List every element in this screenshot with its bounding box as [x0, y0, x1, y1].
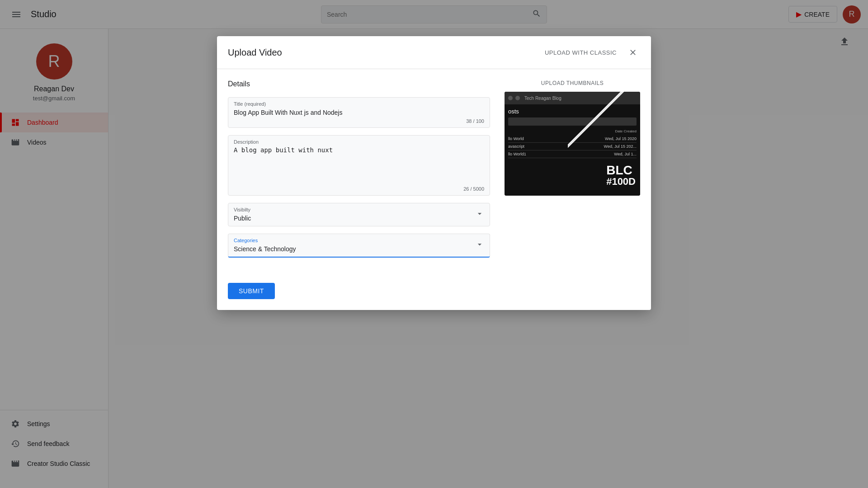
title-label: Title (required) [234, 101, 484, 107]
modal-body: Details Title (required) 38 / 100 Descri… [217, 69, 651, 276]
modal-footer: SUBMIT [217, 276, 651, 310]
thumb-dot-1 [508, 96, 513, 100]
title-field-group: Title (required) 38 / 100 [228, 97, 490, 128]
categories-dropdown-icon [475, 240, 484, 251]
modal-header: Upload Video UPLOAD WITH CLASSIC [217, 36, 651, 69]
modal-close-button[interactable] [626, 45, 640, 60]
thumb-title-text: Tech Reagan Blog [524, 96, 561, 101]
table-row: llo World Wed, Jul 15 2020 [508, 135, 637, 143]
title-counter: 38 / 100 [234, 117, 484, 126]
thumbnail-bg: Tech Reagan Blog osts Date Created llo W… [505, 92, 640, 196]
modal-overlay: Upload Video UPLOAD WITH CLASSIC Details… [0, 0, 868, 488]
modal-header-right: UPLOAD WITH CLASSIC [545, 45, 640, 60]
description-counter: 26 / 5000 [234, 184, 484, 193]
thumb-search-bar [508, 117, 637, 126]
submit-button[interactable]: SUBMIT [228, 283, 275, 299]
modal-title: Upload Video [228, 47, 282, 58]
upload-classic-button[interactable]: UPLOAD WITH CLASSIC [545, 49, 617, 56]
thumbnail-section: UPLOAD THUMBNAILS Tech Reagan Blog osts [505, 80, 640, 265]
thumbnail-header-bar: Tech Reagan Blog [505, 92, 640, 104]
modal-form-section: Details Title (required) 38 / 100 Descri… [228, 80, 490, 265]
categories-value: Science & Technology [234, 245, 296, 253]
upload-thumbnails-label: UPLOAD THUMBNAILS [505, 80, 640, 86]
thumb-content: osts Date Created llo World Wed, Jul 15 … [505, 104, 640, 162]
title-input[interactable] [234, 109, 484, 116]
table-row: avascript Wed, Jul 15 202... [508, 143, 637, 150]
description-input[interactable]: A blog app built with nuxt [234, 146, 484, 183]
thumbnail-preview: Tech Reagan Blog osts Date Created llo W… [505, 92, 640, 196]
details-heading: Details [228, 80, 490, 88]
visibility-label: Visibilty [234, 207, 484, 212]
description-field-group: Description A blog app built with nuxt 2… [228, 135, 490, 196]
visibility-select-group[interactable]: Visibilty Public [228, 203, 490, 226]
categories-select-group[interactable]: Categories Science & Technology [228, 234, 490, 258]
thumb-posts-title: osts [508, 108, 637, 115]
categories-label: Categories [234, 238, 484, 243]
description-label: Description [234, 139, 484, 145]
visibility-dropdown-icon [475, 209, 484, 220]
visibility-value: Public [234, 215, 251, 222]
thumb-bottom-text: BLC #100D [606, 164, 636, 187]
thumb-dot-2 [515, 96, 520, 100]
table-row: llo World1 Wed, Jul 1... [508, 150, 637, 158]
upload-video-modal: Upload Video UPLOAD WITH CLASSIC Details… [217, 36, 651, 310]
